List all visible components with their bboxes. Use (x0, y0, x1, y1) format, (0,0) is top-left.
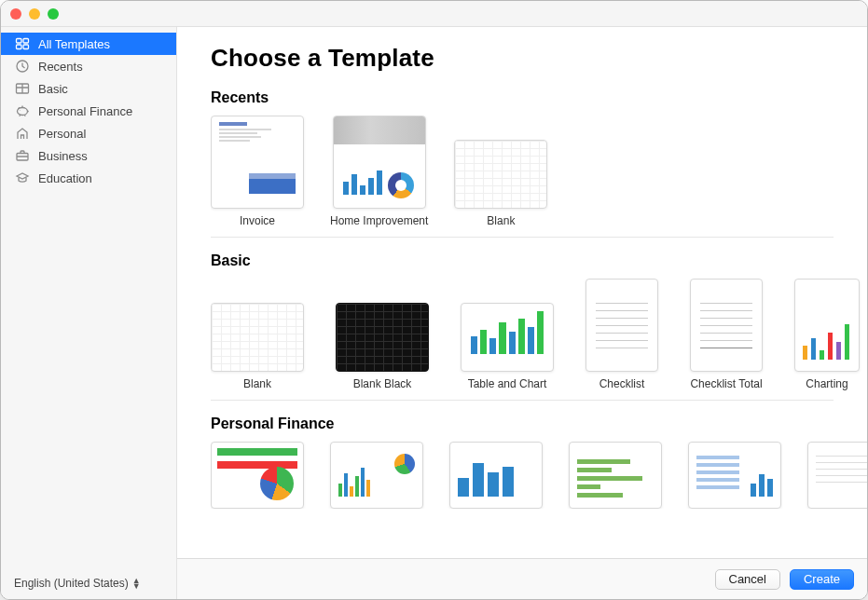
education-icon (14, 170, 31, 185)
template-checklist[interactable]: Checklist (586, 279, 658, 390)
template-pf-3[interactable] (449, 442, 543, 509)
template-pf-4[interactable] (569, 442, 662, 509)
template-home-improvement[interactable]: Home Improvement (330, 116, 428, 227)
page-title: Choose a Template (211, 44, 867, 73)
minimize-window-button[interactable] (29, 8, 40, 20)
template-label: Blank (243, 377, 271, 390)
template-pf-2[interactable] (330, 442, 423, 509)
template-label: Home Improvement (330, 214, 428, 227)
zoom-window-button[interactable] (48, 8, 59, 20)
sidebar-item-label: Education (38, 171, 92, 185)
template-scroll-area[interactable]: Choose a Template Recents (177, 27, 867, 558)
template-chooser-window: All Templates Recents Basic (0, 0, 868, 600)
sidebar-item-label: Personal (38, 127, 86, 141)
template-invoice[interactable]: Invoice (211, 116, 304, 227)
svg-rect-3 (23, 45, 29, 49)
template-pf-5[interactable] (688, 442, 781, 509)
template-thumb (807, 442, 867, 509)
recents-icon (14, 59, 31, 74)
sidebar-item-personal-finance[interactable]: Personal Finance (1, 100, 176, 122)
template-label: Checklist (599, 377, 645, 390)
template-thumb (449, 442, 543, 509)
template-thumb (454, 140, 547, 209)
sidebar: All Templates Recents Basic (1, 27, 177, 599)
template-label: Checklist Total (690, 377, 762, 390)
template-thumb (569, 442, 662, 509)
template-pf-6[interactable] (807, 442, 867, 509)
sidebar-item-recents[interactable]: Recents (1, 55, 176, 77)
content-area: Choose a Template Recents (177, 27, 867, 599)
svg-point-7 (20, 110, 21, 111)
sidebar-item-education[interactable]: Education (1, 167, 176, 189)
template-label: Charting (806, 377, 847, 390)
template-thumb (461, 303, 554, 372)
template-thumb (211, 442, 304, 509)
template-blank-black[interactable]: Blank Black (336, 279, 429, 390)
dialog-footer: Cancel Create (177, 558, 867, 599)
template-blank-recent[interactable]: Blank (454, 116, 547, 227)
template-pf-1[interactable] (211, 442, 304, 509)
basic-row: Blank Blank Black (211, 279, 867, 390)
template-label: Invoice (240, 214, 275, 227)
sidebar-item-label: Basic (38, 82, 68, 96)
template-thumb (794, 279, 860, 372)
personal-finance-row (211, 442, 867, 509)
stepper-icon: ▲▼ (132, 578, 141, 589)
finance-icon (14, 103, 31, 118)
basic-icon (14, 81, 31, 96)
sidebar-item-basic[interactable]: Basic (1, 77, 176, 100)
language-label: English (United States) (14, 577, 129, 590)
personal-icon (14, 126, 31, 141)
create-button[interactable]: Create (790, 569, 854, 590)
sidebar-category-list: All Templates Recents Basic (1, 27, 176, 568)
sidebar-item-personal[interactable]: Personal (1, 122, 176, 144)
sidebar-item-label: Business (38, 149, 88, 163)
svg-rect-2 (17, 45, 22, 49)
svg-rect-1 (23, 39, 29, 44)
template-thumb (688, 442, 781, 509)
sidebar-item-all-templates[interactable]: All Templates (1, 33, 176, 55)
templates-icon (14, 36, 31, 51)
template-checklist-total[interactable]: Checklist Total (690, 279, 763, 390)
template-label: Table and Chart (468, 377, 547, 390)
section-header-personal-finance: Personal Finance (211, 416, 867, 432)
business-icon (14, 148, 31, 163)
section-header-recents: Recents (211, 89, 867, 106)
close-window-button[interactable] (10, 8, 21, 20)
template-thumb (211, 303, 304, 372)
language-picker[interactable]: English (United States) ▲▼ (1, 568, 176, 599)
cancel-button[interactable]: Cancel (715, 569, 780, 590)
traffic-lights (10, 8, 59, 20)
template-thumb (333, 116, 426, 209)
svg-rect-0 (17, 39, 22, 44)
template-thumb (586, 279, 658, 372)
section-divider (211, 237, 834, 238)
template-blank[interactable]: Blank (211, 279, 304, 390)
section-header-basic: Basic (211, 252, 867, 269)
template-thumb (211, 116, 304, 209)
sidebar-item-business[interactable]: Business (1, 144, 176, 167)
template-label: Blank Black (353, 377, 412, 390)
template-thumb (336, 303, 429, 372)
template-thumb (330, 442, 423, 509)
sidebar-item-label: Recents (38, 60, 83, 74)
template-thumb (690, 279, 763, 372)
template-table-and-chart[interactable]: Table and Chart (461, 279, 554, 390)
sidebar-item-label: All Templates (38, 37, 110, 51)
recents-row: Invoice Home Improvement (211, 116, 867, 227)
window-titlebar (1, 1, 867, 27)
template-charting[interactable]: Charting (794, 279, 860, 390)
sidebar-item-label: Personal Finance (38, 104, 132, 118)
section-divider (211, 400, 834, 401)
template-label: Blank (487, 214, 515, 227)
